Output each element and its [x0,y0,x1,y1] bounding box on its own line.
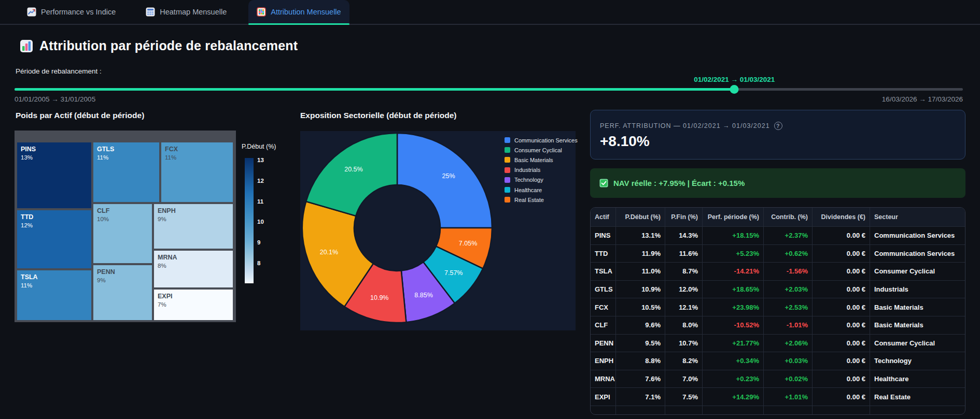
table-header-cell[interactable]: Perf. période (%) [702,208,763,226]
table-header-cell[interactable]: Actif [591,208,615,226]
treemap-cell-ticker: PENN [97,268,152,277]
table-cell: Communication Services [870,245,965,263]
treemap-cell-ticker: FCX [165,145,233,154]
legend-label: Industrials [514,167,540,173]
legend-item-healthcare: Healthcare [505,185,578,195]
table-cell: TTD [591,245,615,263]
legend-item-basic-materials: Basic Materials [505,155,578,165]
legend-item-communication-services: Communication Services [505,135,578,145]
donut-slice-label: 8.85% [414,292,432,299]
slider-range-end: 16/03/2026 → 17/03/2026 [882,95,963,103]
treemap-cell-mrna: MRNA8% [154,251,233,287]
table-cell: 14.3% [665,227,702,244]
legend-item-real-estate: Real Estate [505,195,578,205]
table-cell: +0.03% [763,352,812,370]
treemap-cell-tsla: TSLA11% [17,270,91,320]
tab-label: Performance vs Indice [41,8,116,16]
table-header-cell[interactable]: Contrib. (%) [763,208,812,226]
table-header-cell[interactable]: P.Fin (%) [665,208,702,226]
table-cell: ENPH [591,352,615,370]
treemap-cell-ticker: TSLA [21,273,91,282]
tab-bar: Performance vs Indice Heatmap Mensuelle … [0,0,980,25]
donut-slice-label: 10.9% [370,294,388,301]
rebalance-period-slider[interactable]: 01/02/2021 → 01/03/2021 [15,76,963,99]
treemap-cell-ticker: MRNA [158,253,233,262]
table-cell: +23.98% [702,298,763,316]
chart-increasing-icon [27,7,36,17]
table-cell: TSLA [591,263,615,280]
legend-label: Healthcare [514,187,542,193]
table-filler-row [591,406,965,415]
table-row-pins: PINS13.1%14.3%+18.15%+2.37%0.00 €Communi… [591,226,965,244]
legend-item-industrials: Industrials [505,165,578,175]
slider-track-fill [15,88,734,91]
tab-performance-vs-indice[interactable]: Performance vs Indice [19,0,124,24]
treemap-cell-ticker: PINS [21,145,91,154]
table-cell: -1.56% [763,263,812,280]
table-header-cell[interactable]: Secteur [870,208,965,226]
perf-attribution-label: PERF. ATTRIBUTION — 01/02/2021 → 01/03/2… [600,122,782,130]
treemap-cell-ttd: TTD12% [17,210,91,268]
table-header-cell[interactable]: P.Début (%) [615,208,665,226]
treemap-cell-weight: 11% [97,154,159,162]
table-cell: 10.9% [615,281,665,298]
tab-label: Attribution Mensuelle [271,8,341,16]
asset-weights-treemap: PINS13%GTLS11%FCX11%TTD12%CLF10%ENPH9%MR… [15,131,236,322]
table-cell: 13.1% [615,227,665,244]
table-row-mrna: MRNA7.6%7.0%+0.23%+0.02%0.00 €Healthcare [591,370,965,388]
page-title-text: Attribution par période de rebalancement [39,38,298,53]
table-cell: FCX [591,298,615,316]
table-cell: 0.00 € [812,281,870,298]
legend-swatch [505,147,510,153]
table-cell: +0.02% [763,370,812,388]
donut-slice-label: 7.05% [459,240,477,247]
table-cell: 11.6% [665,245,702,263]
treemap-cell-weight: 7% [158,301,233,309]
table-cell: 7.0% [665,370,702,388]
table-cell: +0.23% [702,370,763,388]
table-cell-empty [615,406,665,415]
table-cell: 0.00 € [812,370,870,388]
tab-label: Heatmap Mensuelle [160,8,227,16]
attribution-table[interactable]: ActifP.Début (%)P.Fin (%)Perf. période (… [590,207,965,415]
table-header-row: ActifP.Début (%)P.Fin (%)Perf. période (… [591,208,965,226]
table-cell-empty [812,406,870,415]
table-cell: 7.5% [665,388,702,406]
tab-attribution-mensuelle[interactable]: Attribution Mensuelle [248,0,349,24]
table-cell: 10.7% [665,335,702,352]
slider-track[interactable] [15,88,963,91]
table-cell: +18.65% [702,281,763,298]
slider-range-start: 01/01/2005 → 31/01/2005 [15,95,95,103]
table-cell: +2.37% [763,227,812,244]
legend-swatch [505,197,510,203]
table-cell: 9.6% [615,316,665,334]
table-cell: 0.00 € [812,335,870,352]
legend-swatch [505,157,510,163]
treemap-section-title: Poids par Actif (début de période) [16,111,144,120]
slider-handle[interactable] [730,85,739,94]
slider-value-label: 01/02/2021 → 01/03/2021 [694,76,775,83]
bar-chart-icon [20,39,33,53]
table-cell: EXPI [591,388,615,406]
table-cell-empty [665,406,702,415]
treemap-cell-weight: 13% [21,154,91,162]
tab-heatmap-mensuelle[interactable]: Heatmap Mensuelle [137,0,235,24]
table-cell: Basic Materials [870,316,965,334]
table-cell-empty [591,406,615,415]
table-cell: Consumer Cyclical [870,263,965,280]
table-cell: +21.77% [702,335,763,352]
table-cell: +2.53% [763,298,812,316]
slider-label: Période de rebalancement : [16,67,102,75]
table-cell: Basic Materials [870,298,965,316]
table-row-fcx: FCX10.5%12.1%+23.98%+2.53%0.00 €Basic Ma… [591,298,965,316]
table-cell: 11.9% [615,245,665,263]
help-circle-icon[interactable]: ? [774,122,782,130]
table-row-clf: CLF9.6%8.0%-10.52%-1.01%0.00 €Basic Mate… [591,316,965,334]
treemap-cell-ticker: ENPH [158,207,233,215]
table-cell: 11.0% [615,263,665,280]
table-header-cell[interactable]: Dividendes (€) [812,208,870,226]
table-cell: 12.1% [665,298,702,316]
treemap-cell-gtls: GTLS11% [93,142,159,202]
table-cell: 8.2% [665,352,702,370]
table-cell: 0.00 € [812,352,870,370]
